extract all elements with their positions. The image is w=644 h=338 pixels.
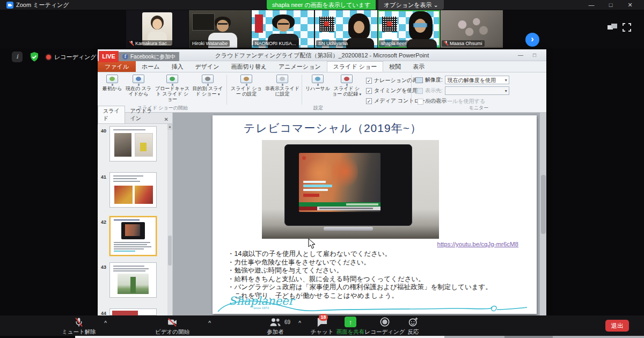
button-label: ブロードキャスト スライド ショー xyxy=(155,86,190,102)
checkbox-checked-icon: ✓ xyxy=(366,78,372,84)
tv-commercial-photo xyxy=(262,140,439,239)
recording-dot-icon xyxy=(46,55,51,60)
view-options-button[interactable]: オプションを表示 ⌄ xyxy=(378,0,444,10)
qr-center xyxy=(387,21,392,26)
resolution-row: 解像度: 現在の解像度を使用 xyxy=(415,76,509,84)
tab-view[interactable]: 表示 xyxy=(407,61,430,72)
fullscreen-icon[interactable] xyxy=(623,23,631,32)
tab-review[interactable]: 校閲 xyxy=(383,61,407,72)
shaplaneer-logo: Shaplaneer since 1972 xyxy=(229,295,294,310)
tab-transitions[interactable]: 画面切り替え xyxy=(225,61,273,72)
button-label: リハーサル xyxy=(305,86,330,91)
leave-meeting-button[interactable]: 退出 xyxy=(605,320,629,332)
slide-thumbnail-40[interactable] xyxy=(109,126,157,161)
thumb-photo xyxy=(114,186,133,204)
taskbar-scroll-segment xyxy=(504,336,553,338)
window-close-button[interactable]: ✕ xyxy=(623,0,637,10)
slide-title: テレビコマーシャル（2019年~） xyxy=(244,121,422,136)
unmute-button[interactable]: ミュート解除 xyxy=(56,317,102,336)
mute-options-chevron[interactable]: ^ xyxy=(104,320,107,325)
participant-tile[interactable]: SN Uchiyama xyxy=(315,10,377,48)
tab-file[interactable]: ファイル xyxy=(98,61,136,72)
reactions-button[interactable]: 反応 xyxy=(401,317,425,336)
record-button[interactable]: レコーディング xyxy=(366,317,404,336)
broadcast-slideshow-button[interactable]: ブロードキャスト スライド ショー xyxy=(155,75,190,102)
display-row: 表示先: xyxy=(415,86,509,95)
use-timings-checkbox[interactable]: ✓ タイミングを使用 xyxy=(366,87,418,94)
play-narrations-checkbox[interactable]: ✓ ナレーションの再生 xyxy=(366,77,423,84)
bullet-item: ・勉強や遊ぶ時間を与えてください。 xyxy=(228,267,528,275)
setup-slideshow-button[interactable]: スライド ショー の設定 xyxy=(230,75,263,97)
start-video-button[interactable]: ビデオの開始 xyxy=(149,317,195,336)
ppt-minimize-button[interactable]: — xyxy=(515,51,526,60)
record-slideshow-button[interactable]: スライド ショー の記録 ▾ xyxy=(332,75,362,97)
window-maximize-button[interactable]: □ xyxy=(604,0,618,10)
scrollbar-thumb[interactable] xyxy=(168,236,172,266)
from-current-slide-button[interactable]: 現在の スライドから xyxy=(125,75,152,97)
muted-mic-icon xyxy=(74,317,84,327)
display-label: 表示先: xyxy=(425,87,443,94)
video-options-chevron[interactable]: ^ xyxy=(208,320,211,325)
slide-number: 43 xyxy=(101,264,106,270)
participants-label: 参加者 xyxy=(267,328,284,336)
from-beginning-button[interactable]: 最初から xyxy=(101,75,123,91)
panel-scrollbar[interactable]: ▲ xyxy=(167,124,172,315)
bullet-item: ・力仕事や危険な仕事をさせないでください。 xyxy=(228,259,528,267)
participant-tile[interactable]: Hiroki Watanabe xyxy=(189,10,251,48)
slide-thumbnail-44[interactable] xyxy=(109,308,157,315)
rehearse-timings-button[interactable]: リハーサル xyxy=(305,75,331,91)
panel-close-button[interactable]: ✕ xyxy=(160,115,172,123)
participant-tile[interactable]: NAONORI KUSA... xyxy=(252,10,314,48)
slide-thumbnail-43[interactable] xyxy=(109,262,157,298)
hide-slide-button[interactable]: 非表示スライド に設定 xyxy=(265,75,299,97)
participants-chevron[interactable]: ^ xyxy=(298,320,301,325)
red-book xyxy=(255,14,263,33)
youtube-link[interactable]: https://youtu.be/cqJg-mr6cM8 xyxy=(437,241,518,247)
tab-slideshow[interactable]: スライド ショー xyxy=(327,61,384,72)
share-screen-button[interactable]: ↑ 画面を共有 xyxy=(332,317,369,336)
shared-screen-taskbar-strip xyxy=(75,336,444,338)
participant-tile[interactable]: Kamakura Sac... xyxy=(126,10,188,48)
custom-slideshow-button[interactable]: 目的別 スライド ショー ▾ xyxy=(191,75,224,97)
participant-name: SN Uchiyama xyxy=(316,40,350,47)
display-icon xyxy=(415,88,423,94)
zoom-logo-icon xyxy=(6,2,13,9)
facebook-live-badge: f Facebookに参加中 xyxy=(119,52,179,61)
shelf xyxy=(192,13,215,31)
scroll-up-icon[interactable]: ▲ xyxy=(167,124,172,130)
start-video-label: ビデオの開始 xyxy=(155,328,189,336)
video-thumbnail-strip: Kamakura Sac... Hiroki Watanabe NAONORI … xyxy=(0,10,644,48)
thumb-photo xyxy=(112,311,138,315)
window-minimize-button[interactable]: — xyxy=(584,0,598,10)
resolution-dropdown[interactable]: 現在の解像度を使用 xyxy=(445,76,509,84)
tab-home[interactable]: ホーム xyxy=(136,61,166,72)
slideshow-icon xyxy=(133,75,144,83)
ribbon: 最初から 現在の スライドから ブロードキャスト スライド ショー 目的別 スラ… xyxy=(98,72,546,113)
display-dropdown xyxy=(445,86,509,95)
checkbox-unchecked-icon xyxy=(418,99,423,105)
qr-label xyxy=(382,33,397,39)
slide-area-scrollbar[interactable] xyxy=(540,113,546,315)
ppt-maximize-button[interactable]: □ xyxy=(529,51,540,60)
gallery-view-icon[interactable] xyxy=(608,24,617,31)
participant-tile-active-speaker[interactable]: shapla neer xyxy=(378,10,440,48)
tab-design[interactable]: デザイン xyxy=(189,61,225,72)
face xyxy=(354,21,364,33)
thumb-tv xyxy=(121,222,145,239)
bullet-list: ・14歳以下の子を使用人として雇わないでください。 ・力仕事や危険な仕事をさせな… xyxy=(228,250,528,300)
panel-tab-outline[interactable]: アウトライン xyxy=(125,106,160,123)
reactions-smiley-icon xyxy=(408,317,419,327)
slide-thumbnail-41[interactable] xyxy=(109,172,157,208)
participant-name: Maasa Ohsumi xyxy=(442,40,485,47)
custom-slideshow-icon xyxy=(202,75,214,83)
info-icon[interactable]: i xyxy=(12,52,23,62)
participant-tile[interactable]: Maasa Ohsumi xyxy=(441,10,503,48)
tab-animations[interactable]: アニメーション xyxy=(273,61,327,72)
slideshow-icon xyxy=(106,75,118,83)
panel-tab-slides[interactable]: スライド xyxy=(98,106,125,123)
scrollbar-thumb[interactable] xyxy=(541,175,546,234)
slide-thumbnail-42-selected[interactable] xyxy=(109,216,157,256)
button-label: スライド ショー の記録 ▾ xyxy=(332,86,362,97)
next-page-button[interactable]: › xyxy=(525,33,539,47)
tab-insert[interactable]: 挿入 xyxy=(166,61,189,72)
